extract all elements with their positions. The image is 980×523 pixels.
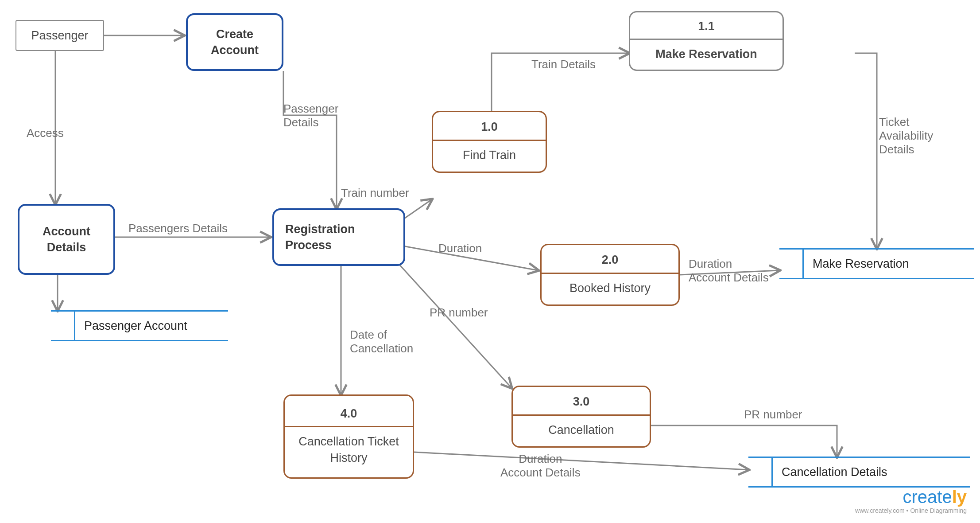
process-find-train: 1.0 Find Train (432, 111, 547, 173)
lbl-pr-number2: PR number (744, 408, 802, 422)
lbl-pr-number: PR number (430, 306, 488, 320)
proc-1-1-label: Make Reservation (655, 40, 757, 68)
entity-passenger: Passenger (15, 20, 104, 51)
proc-1-0-num: 1.0 (433, 114, 546, 141)
lbl-ticket-avail: Ticket Availability Details (879, 115, 933, 156)
create-account-label: Create Account (211, 26, 259, 59)
logo-tag: www.creately.com • Online Diagramming (855, 507, 967, 514)
passenger-label: Passenger (31, 27, 88, 43)
process-cancellation: 3.0 Cancellation (511, 386, 651, 448)
proc-4-0-label: Cancellation Ticket History (298, 427, 399, 472)
proc-2-0-num: 2.0 (542, 247, 678, 273)
proc-3-0-num: 3.0 (513, 389, 650, 415)
lbl-access: Access (27, 126, 64, 140)
lbl-duration3: Duration Account Details (500, 452, 581, 480)
lbl-train-number: Train number (341, 186, 409, 200)
process-make-reservation: 1.1 Make Reservation (629, 11, 784, 71)
store-make-reservation-label: Make Reservation (813, 257, 909, 271)
process-cancel-history: 4.0 Cancellation Ticket History (283, 394, 414, 479)
account-details-label: Account Details (43, 223, 90, 256)
registration-label: Registration Process (285, 221, 355, 254)
logo-suffix: ly (952, 487, 967, 507)
lbl-passengers-details: Passengers Details (128, 222, 228, 235)
lbl-duration2: Duration Account Details (689, 257, 769, 285)
process-create-account: Create Account (186, 13, 283, 71)
store-passenger-account-label: Passenger Account (84, 319, 187, 333)
lbl-passenger-details: Passenger Details (283, 102, 338, 129)
logo-brand: create (903, 487, 952, 507)
proc-4-0-num: 4.0 (285, 401, 413, 427)
lbl-train-details: Train Details (531, 58, 596, 71)
lbl-duration1: Duration (438, 242, 482, 255)
proc-1-0-label: Find Train (463, 141, 516, 169)
process-account-details: Account Details (18, 204, 115, 275)
store-passenger-account: Passenger Account (51, 310, 228, 341)
proc-1-1-num: 1.1 (630, 14, 782, 40)
process-registration: Registration Process (272, 208, 405, 266)
store-cancel-details: Cancellation Details (748, 457, 970, 488)
lbl-date-cancel: Date of Cancellation (350, 328, 413, 355)
process-booked-history: 2.0 Booked History (540, 244, 680, 306)
creately-watermark: creately www.creately.com • Online Diagr… (855, 487, 967, 514)
proc-3-0-label: Cancellation (548, 416, 614, 444)
proc-2-0-label: Booked History (569, 274, 651, 302)
store-make-reservation: Make Reservation (779, 248, 974, 279)
store-cancel-details-label: Cancellation Details (782, 465, 887, 479)
